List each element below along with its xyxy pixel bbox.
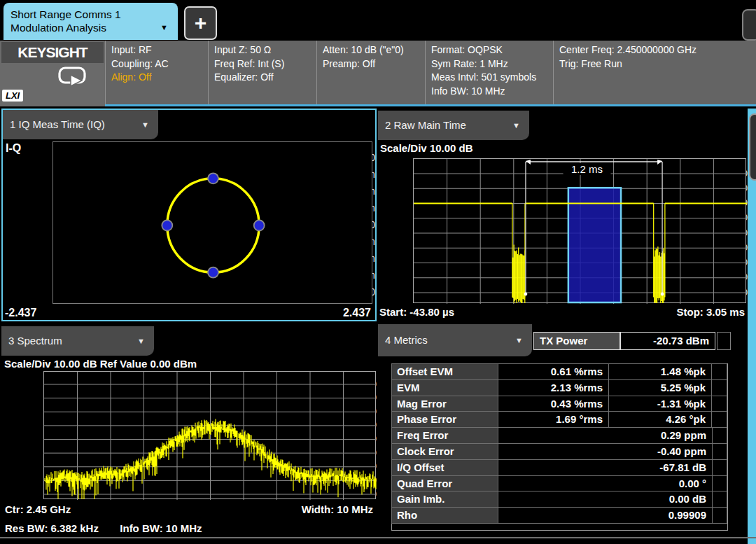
- panel2-scale-label: Scale/Div 10.00 dB: [380, 142, 473, 154]
- panel-metrics[interactable]: 4 Metrics ▼ TX Power -20.73 dBm Offset E…: [378, 324, 748, 544]
- metric-rms-value: 2.13 %rms: [498, 379, 609, 396]
- metric-value: -0.40 ppm: [498, 443, 713, 460]
- gate-region[interactable]: [568, 188, 621, 302]
- tab-title-line2: Modulation Analysis: [10, 21, 171, 34]
- tab-title-line1: Short Range Comms 1: [10, 8, 171, 21]
- info-section-2: Atten: 10 dB ("e"0)Preamp: Off: [316, 41, 425, 105]
- info-bar: Input: RFCoupling: ACAlign: OffInput Z: …: [0, 41, 756, 105]
- metric-extra-cell: [712, 491, 727, 508]
- panel2-start-label: Start: -43.80 µs: [379, 306, 454, 318]
- panel2-header-dropdown[interactable]: 2 Raw Main Time ▼: [378, 111, 529, 140]
- metric-name: Mag Error: [391, 396, 498, 412]
- metric-value: 0.29 ppm: [498, 427, 713, 444]
- info-line: Sym Rate: 1 MHz: [431, 57, 553, 71]
- panel-spectrum[interactable]: 3 Spectrum ▼ Scale/Div 10.00 dB Ref Valu…: [1, 324, 377, 544]
- time-plot[interactable]: 1.2 ms: [413, 158, 746, 303]
- info-line: Trig: Free Run: [559, 57, 756, 71]
- panel4-dropdown-icon: ▼: [515, 324, 523, 356]
- ideal-state-dot: [208, 173, 218, 183]
- panel2-stop-label: Stop: 3.05 ms: [676, 306, 745, 318]
- metrics-row: Mag Error0.43 %rms-1.31 %pk: [392, 396, 727, 412]
- ideal-state-dot: [208, 267, 218, 278]
- analyzer-screen: Short Range Comms 1 Modulation Analysis …: [0, 0, 756, 544]
- metrics-row: I/Q Offset-67.81 dB: [392, 459, 727, 476]
- screen-capture-icon[interactable]: [57, 66, 88, 88]
- metric-value: 0.00 °: [498, 475, 713, 492]
- info-line: Equalizer: Off: [214, 71, 316, 85]
- metric-value: -67.81 dB: [498, 459, 713, 476]
- info-section-4: Center Freq: 2.450000000 GHzTrig: Free R…: [553, 41, 756, 105]
- metric-value: 0.99909: [498, 507, 713, 524]
- info-section-0: Input: RFCoupling: ACAlign: Off: [105, 41, 208, 105]
- metric-name: Freq Error: [391, 427, 498, 444]
- panel4-header-dropdown[interactable]: 4 Metrics ▼: [378, 324, 532, 356]
- panel3-dropdown-icon: ▼: [137, 326, 145, 356]
- tx-power-extra-cell: [717, 332, 731, 350]
- metric-name: EVM: [391, 379, 498, 396]
- panel-raw-main-time[interactable]: 2 Raw Main Time ▼ Scale/Div 10.00 dB 0.0…: [378, 109, 748, 322]
- metric-value: 0.00 dB: [498, 491, 713, 508]
- metrics-row: Clock Error-0.40 ppm: [392, 443, 727, 460]
- metric-name: Clock Error: [391, 443, 498, 460]
- measurement-tab[interactable]: Short Range Comms 1 Modulation Analysis …: [4, 3, 178, 40]
- tab-dropdown-icon[interactable]: ▼: [160, 21, 168, 34]
- metric-extra-cell: [712, 475, 727, 492]
- info-line: Freq Ref: Int (S): [214, 57, 316, 71]
- metric-extra-cell: [711, 363, 727, 380]
- metric-extra-cell: [712, 443, 727, 460]
- metrics-row: Phase Error1.69 °rms4.26 °pk: [392, 411, 727, 428]
- constellation-plot[interactable]: [52, 141, 372, 304]
- keysight-logo: KEYSIGHT: [1, 42, 104, 63]
- info-line: Preamp: Off: [323, 57, 425, 71]
- info-line: Meas Intvl: 501 symbols: [431, 71, 553, 85]
- gate-width-label: 1.2 ms: [571, 163, 603, 175]
- spectrum-plot[interactable]: [43, 371, 376, 499]
- metric-rms-value: 0.61 %rms: [498, 363, 609, 380]
- metric-extra-cell: [711, 396, 727, 412]
- panel3-title: 3 Spectrum: [8, 335, 62, 347]
- info-bw-label: Info BW: 10 MHz: [120, 522, 202, 534]
- right-strip-handle[interactable]: [749, 113, 756, 181]
- panel1-header-dropdown[interactable]: 1 IQ Meas Time (IQ) ▼: [3, 110, 158, 139]
- panel1-x-max: 2.437: [343, 307, 371, 319]
- metric-extra-cell: [712, 507, 727, 524]
- metric-rms-value: 0.43 %rms: [498, 396, 609, 412]
- metric-extra-cell: [712, 427, 727, 444]
- metric-pk-value: 1.48 %pk: [608, 363, 712, 380]
- metrics-row: Offset EVM0.61 %rms1.48 %pk: [392, 363, 727, 380]
- panel3-scale-label: Scale/Div 10.00 dB Ref Value 0.00 dBm: [4, 358, 197, 370]
- metric-name: Gain Imb.: [391, 491, 498, 508]
- iq-axis-label: I-Q: [6, 142, 21, 155]
- spectrum-width-label: Width: 10 MHz: [302, 503, 373, 515]
- info-line: Align: Off: [111, 71, 208, 85]
- measure-dot: [661, 293, 664, 296]
- measure-dot: [524, 293, 528, 296]
- metric-pk-value: 5.25 %pk: [608, 379, 712, 396]
- panel1-x-min: -2.437: [5, 307, 36, 319]
- panel1-dropdown-icon: ▼: [141, 110, 149, 139]
- ideal-state-dot: [162, 221, 172, 231]
- add-tab-button[interactable]: +: [184, 6, 217, 40]
- brand-block: KEYSIGHT LXI: [0, 41, 105, 106]
- metrics-table: Offset EVM0.61 %rms1.48 %pkEVM2.13 %rms5…: [391, 363, 728, 531]
- top-right-partial-button[interactable]: [742, 9, 756, 41]
- panel4-title: 4 Metrics: [385, 334, 428, 346]
- info-line: Center Freq: 2.450000000 GHz: [559, 43, 756, 57]
- metric-extra-cell: [711, 411, 727, 428]
- spectrum-bw-labels: Res BW: 6.382 kHz Info BW: 10 MHz: [5, 522, 202, 534]
- ideal-state-dot: [254, 221, 265, 231]
- metric-name: I/Q Offset: [391, 459, 498, 476]
- metrics-row: Rho0.99909: [392, 507, 727, 524]
- metrics-row: Gain Imb.0.00 dB: [392, 491, 727, 508]
- tx-power-label: TX Power: [533, 332, 620, 350]
- metric-extra-cell: [712, 459, 727, 476]
- res-bw-label: Res BW: 6.382 kHz: [5, 522, 99, 534]
- metric-extra-cell: [711, 379, 727, 396]
- metric-pk-value: -1.31 %pk: [608, 396, 712, 412]
- info-line: Coupling: AC: [111, 57, 208, 71]
- panel2-dropdown-icon: ▼: [512, 111, 520, 140]
- tx-power-value: -20.73 dBm: [620, 332, 715, 350]
- panel-iq-meas-time[interactable]: 1 IQ Meas Time (IQ) ▼ I-Q 1.00750 m500 m…: [1, 109, 377, 321]
- metrics-row: Quad Error0.00 °: [392, 475, 727, 492]
- panel3-header-dropdown[interactable]: 3 Spectrum ▼: [1, 326, 154, 356]
